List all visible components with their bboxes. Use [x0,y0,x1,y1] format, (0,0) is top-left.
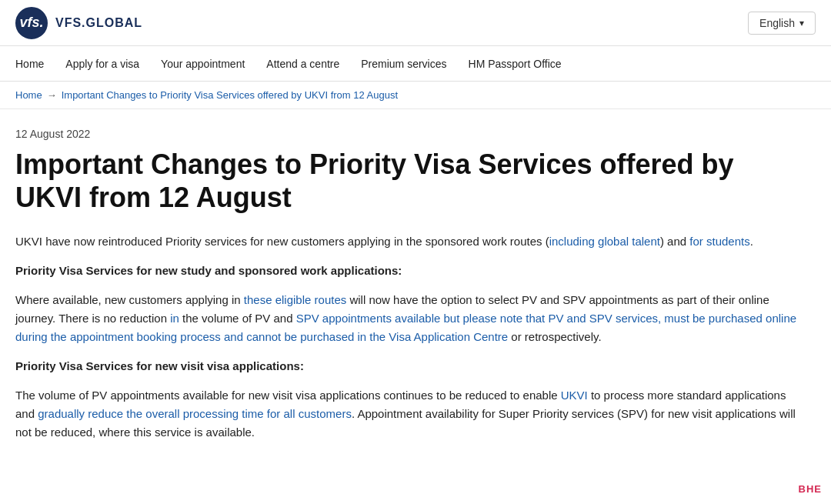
section1-heading: Priority Visa Services for new study and… [15,262,800,280]
section1-body: Where available, new customers applying … [15,291,800,346]
section2-body: The volume of PV appointments available … [15,386,800,442]
section2-heading: Priority Visa Services for new visit vis… [15,357,800,375]
highlight-eligible-routes: these eligible routes [244,293,346,306]
language-selector[interactable]: English [748,12,816,35]
article-date: 12 August 2022 [15,128,800,140]
nav-item-apply[interactable]: Apply for a visa [65,58,139,70]
main-content: 12 August 2022 Important Changes to Prio… [0,109,816,471]
breadcrumb-current-page: Important Changes to Priority Visa Servi… [62,89,398,101]
highlight-ukvi: UKVI [561,389,588,402]
highlight-reduction: in [170,312,179,325]
logo-icon: vfs. [15,7,48,39]
breadcrumb: Home → Important Changes to Priority Vis… [0,82,831,109]
highlight-spv: SPV appointments available but please no… [15,312,796,343]
highlight-global-talent: including global talent [549,235,660,248]
article-title: Important Changes to Priority Visa Servi… [15,148,746,214]
main-nav: Home Apply for a visa Your appointment A… [0,46,831,82]
logo-text: VFS.GLOBAL [55,16,142,30]
highlight-students: for students [689,235,749,248]
site-header: vfs. VFS.GLOBAL English [0,0,831,46]
breadcrumb-home-link[interactable]: Home [15,89,42,101]
nav-item-passport[interactable]: HM Passport Office [469,58,562,70]
nav-item-premium[interactable]: Premium services [361,58,446,70]
article-intro: UKVI have now reintroduced Priority serv… [15,232,800,251]
logo-area: vfs. VFS.GLOBAL [15,7,142,39]
breadcrumb-separator: → [47,89,57,101]
nav-item-centre[interactable]: Attend a centre [266,58,339,70]
article-body: UKVI have now reintroduced Priority serv… [15,232,800,442]
logo-initials: vfs. [19,15,43,31]
nav-item-home[interactable]: Home [15,58,44,70]
highlight-gradually: gradually reduce the overall processing … [38,407,352,420]
nav-item-appointment[interactable]: Your appointment [161,58,245,70]
